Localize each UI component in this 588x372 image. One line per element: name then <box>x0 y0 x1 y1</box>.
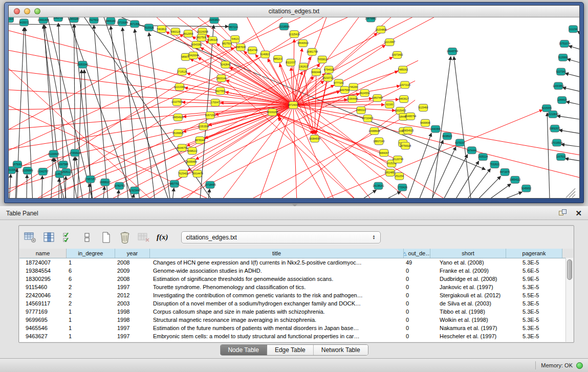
delete-column-button[interactable] <box>118 231 132 244</box>
table-cell[interactable]: Nakamura et al. (1997) <box>430 325 506 331</box>
table-cell[interactable]: 0 <box>404 333 430 339</box>
table-cell[interactable]: 1 <box>67 325 115 331</box>
column-header-out_de[interactable]: △out_de… <box>404 249 430 258</box>
table-cell[interactable]: 1998 <box>115 317 150 323</box>
table-row[interactable]: 969969511998Structural magnetic resonanc… <box>19 316 573 324</box>
table-cell[interactable]: Dudbridge et al. (2008) <box>430 276 506 282</box>
table-cell[interactable]: Disruption of a novel member of a sodium… <box>150 300 404 307</box>
table-cell[interactable]: Genome-wide association studies in ADHD. <box>150 268 404 274</box>
table-cell[interactable]: 0 <box>404 268 430 274</box>
table-row[interactable]: 946554611997Estimation of the future num… <box>19 324 573 332</box>
tab-node-table[interactable]: Node Table <box>220 345 267 355</box>
table-cell[interactable]: 6 <box>67 276 115 282</box>
table-cell[interactable]: 9465546 <box>19 325 67 331</box>
row-height-button[interactable] <box>80 231 94 244</box>
table-cell[interactable]: 9115460 <box>19 284 67 290</box>
table-cell[interactable]: 0 <box>404 300 430 307</box>
memory-status-indicator[interactable] <box>576 362 583 369</box>
tab-network-table[interactable]: Network Table <box>314 345 368 355</box>
table-cell[interactable]: 5.3E-5 <box>506 309 562 315</box>
table-cell[interactable]: 1998 <box>115 309 150 315</box>
float-panel-icon[interactable] <box>558 209 567 218</box>
function-builder-button[interactable]: f(x) <box>156 231 169 244</box>
tab-edge-table[interactable]: Edge Table <box>267 345 314 355</box>
table-cell[interactable]: 9777169 <box>19 309 67 315</box>
table-settings-button[interactable] <box>23 231 37 244</box>
table-cell[interactable]: 5.5E-5 <box>506 292 562 298</box>
table-cell[interactable]: 0 <box>404 325 430 331</box>
table-cell[interactable]: 18300295 <box>19 276 67 282</box>
table-cell[interactable]: 1 <box>67 309 115 315</box>
table-cell[interactable]: 5.3E-5 <box>506 325 562 331</box>
table-cell[interactable]: 1 <box>67 259 115 266</box>
minimize-window-button[interactable] <box>24 8 30 14</box>
table-scrollbar[interactable] <box>565 258 573 342</box>
column-header-title[interactable]: title <box>150 249 404 258</box>
table-cell[interactable]: Wolkin et al. (1998) <box>430 317 506 323</box>
table-selector-dropdown[interactable]: citations_edges.txt ▲ ▼ <box>181 231 381 244</box>
column-header-pagerank[interactable]: pagerank <box>506 249 562 258</box>
table-cell[interactable]: Estimation of significance thresholds fo… <box>150 276 404 282</box>
table-cell[interactable]: Yano et al. (2008) <box>430 259 506 266</box>
table-cell[interactable]: 0 <box>404 317 430 323</box>
table-cell[interactable]: de Silva et al. (2003) <box>430 300 506 307</box>
table-cell[interactable]: 0 <box>404 292 430 298</box>
table-cell[interactable]: 2012 <box>115 292 150 298</box>
close-window-button[interactable] <box>14 8 20 14</box>
table-cell[interactable]: 2003 <box>115 300 150 307</box>
table-cell[interactable]: Estimation of the future numbers of pati… <box>150 325 404 331</box>
table-cell[interactable]: Structural magnetic resonance image aver… <box>150 317 404 323</box>
table-cell[interactable]: 1997 <box>115 284 150 290</box>
table-cell[interactable]: 9463627 <box>19 333 67 339</box>
column-header-name[interactable]: name <box>19 249 67 258</box>
table-cell[interactable]: Corpus callosum shape and size in male p… <box>150 309 404 315</box>
table-row[interactable]: 1830029562008Estimation of significance … <box>19 275 573 283</box>
table-cell[interactable]: 5.3E-5 <box>506 300 562 307</box>
table-cell[interactable]: 0 <box>404 276 430 282</box>
close-panel-icon[interactable]: ✕ <box>575 210 582 217</box>
table-cell[interactable]: 6 <box>67 268 115 274</box>
table-cell[interactable]: Franke et al. (2009) <box>430 268 506 274</box>
network-canvas[interactable]: 1872400718300295193845547463822996012489… <box>9 17 579 198</box>
table-cell[interactable]: 0 <box>404 309 430 315</box>
table-cell[interactable]: 0 <box>404 284 430 290</box>
table-cell[interactable]: 2009 <box>115 268 150 274</box>
table-cell[interactable]: 2 <box>67 300 115 307</box>
select-columns-button[interactable] <box>61 231 75 244</box>
table-cell[interactable]: 22420046 <box>19 292 67 298</box>
canvas-resize-grip[interactable] <box>566 188 575 198</box>
table-cell[interactable]: Jankovic et al. (1997) <box>430 284 506 290</box>
table-cell[interactable]: 5.3E-5 <box>506 317 562 323</box>
table-cell[interactable]: 1 <box>67 333 115 339</box>
column-header-year[interactable]: year <box>115 249 150 258</box>
table-cell[interactable]: 2008 <box>115 259 150 266</box>
table-cell[interactable]: 5.3E-5 <box>506 284 562 290</box>
table-cell[interactable]: Embryonic stem cells: a model to study s… <box>150 333 404 339</box>
table-row[interactable]: 1456911722003Disruption of a novel membe… <box>19 299 573 308</box>
table-cell[interactable]: 2 <box>67 292 115 298</box>
table-cell[interactable]: 49 <box>404 259 430 266</box>
table-cell[interactable]: 14569117 <box>19 300 67 307</box>
table-cell[interactable]: 5.6E-5 <box>506 268 562 274</box>
column-header-short[interactable]: short <box>430 249 506 258</box>
table-cell[interactable]: 2008 <box>115 276 150 282</box>
table-cell[interactable]: 18724007 <box>19 259 67 266</box>
table-cell[interactable]: 1 <box>67 317 115 323</box>
delete-table-button-disabled[interactable] <box>137 231 151 244</box>
zoom-window-button[interactable] <box>34 8 40 14</box>
table-cell[interactable]: Investigating the contribution of common… <box>150 292 404 298</box>
table-row[interactable]: 911546021997Tourette syndrome. Phenomeno… <box>19 283 573 291</box>
table-cell[interactable]: 5.9E-5 <box>506 276 562 282</box>
table-row[interactable]: 977716911998Corpus callosum shape and si… <box>19 308 573 316</box>
table-scrollbar-thumb[interactable] <box>567 259 572 280</box>
table-cell[interactable]: Hescheler et al. (1997) <box>430 333 506 339</box>
table-cell[interactable]: 1997 <box>115 333 150 339</box>
table-cell[interactable]: 1997 <box>115 325 150 331</box>
table-cell[interactable]: Tourette syndrome. Phenomenology and cla… <box>150 284 404 290</box>
table-cell[interactable]: Changes of HCN gene expression and I(f) … <box>150 259 404 266</box>
table-cell[interactable]: 9699695 <box>19 317 67 323</box>
table-row[interactable]: 1938455462009Genome-wide association stu… <box>19 267 573 275</box>
table-cell[interactable]: 5.3E-5 <box>506 333 562 339</box>
table-cell[interactable]: 19384554 <box>19 268 67 274</box>
table-cell[interactable]: Stergiakouli et al. (2012) <box>430 292 506 298</box>
